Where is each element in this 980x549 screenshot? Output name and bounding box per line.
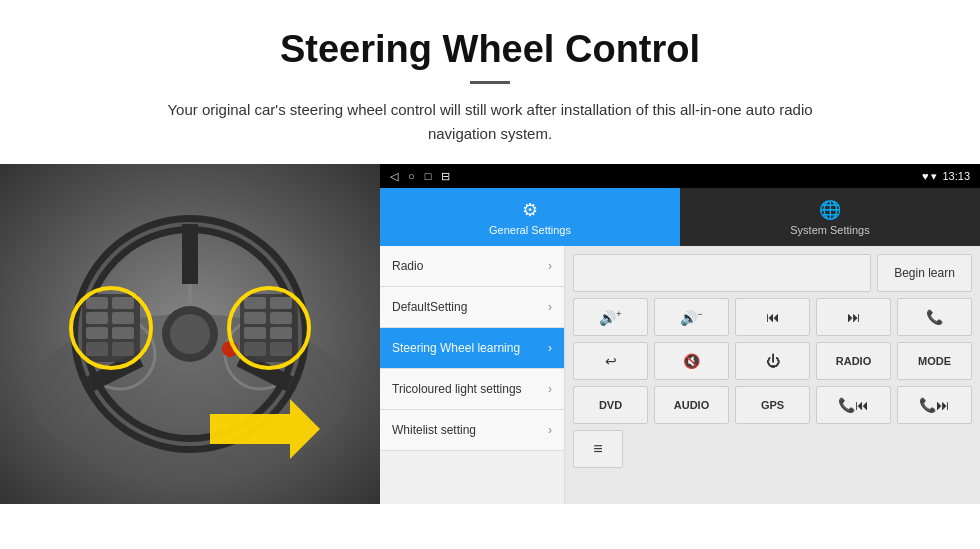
title-divider [470, 81, 510, 84]
svg-rect-14 [112, 297, 134, 309]
audio-button[interactable]: AUDIO [654, 386, 729, 424]
radio-button[interactable]: RADIO [816, 342, 891, 380]
tab-general[interactable]: ⚙ General Settings [380, 188, 680, 246]
svg-rect-25 [270, 312, 292, 324]
svg-rect-16 [112, 312, 134, 324]
back-arrow-icon: ↩ [605, 353, 617, 369]
phone-next-icon: 📞⏭ [919, 397, 950, 413]
status-nav: ◁ ○ □ ⊟ [390, 170, 450, 183]
system-settings-icon: 🌐 [819, 199, 841, 221]
svg-rect-13 [86, 297, 108, 309]
chevron-icon: › [548, 423, 552, 437]
list-icon: ≡ [593, 440, 602, 458]
menu-label-tricoloured: Tricoloured light settings [392, 382, 522, 396]
gps-button[interactable]: GPS [735, 386, 810, 424]
car-image [0, 164, 380, 504]
back-button[interactable]: ↩ [573, 342, 648, 380]
chevron-icon: › [548, 300, 552, 314]
svg-rect-26 [244, 327, 266, 339]
svg-rect-17 [86, 327, 108, 339]
gps-label: GPS [761, 399, 784, 411]
mode-label: MODE [918, 355, 951, 367]
menu-label-radio: Radio [392, 259, 423, 273]
menu-item-steering-wheel[interactable]: Steering Wheel learning › [380, 328, 564, 369]
svg-rect-27 [270, 327, 292, 339]
power-icon: ⏻ [766, 353, 780, 369]
page-wrapper: Steering Wheel Control Your original car… [0, 0, 980, 504]
svg-rect-23 [270, 297, 292, 309]
tab-general-label: General Settings [489, 224, 571, 236]
ctrl-row-4: DVD AUDIO GPS 📞⏮ 📞⏭ [573, 386, 972, 424]
volume-up-button[interactable]: 🔊+ [573, 298, 648, 336]
tab-system[interactable]: 🌐 System Settings [680, 188, 980, 246]
ctrl-row-1: Begin learn [573, 254, 972, 292]
chevron-icon: › [548, 382, 552, 396]
phone-next-button[interactable]: 📞⏭ [897, 386, 972, 424]
back-icon[interactable]: ◁ [390, 170, 398, 183]
mute-button[interactable]: 🔇 [654, 342, 729, 380]
svg-rect-28 [244, 342, 266, 356]
power-button[interactable]: ⏻ [735, 342, 810, 380]
menu-item-radio[interactable]: Radio › [380, 246, 564, 287]
ctrl-row-5: ≡ [573, 430, 972, 468]
page-title: Steering Wheel Control [60, 28, 920, 71]
home-icon[interactable]: ○ [408, 170, 415, 183]
android-panel: ◁ ○ □ ⊟ ♥ ▾ 13:13 ⚙ General Settings 🌐 [380, 164, 980, 504]
content-area: ◁ ○ □ ⊟ ♥ ▾ 13:13 ⚙ General Settings 🌐 [0, 164, 980, 504]
svg-rect-24 [244, 312, 266, 324]
ctrl-empty-box [573, 254, 871, 292]
status-right: ♥ ▾ 13:13 [922, 170, 970, 183]
car-background [0, 164, 380, 504]
tab-system-label: System Settings [790, 224, 869, 236]
phone-prev-button[interactable]: 📞⏮ [816, 386, 891, 424]
ctrl-row-3: ↩ 🔇 ⏻ RADIO MODE [573, 342, 972, 380]
prev-track-icon: ⏮ [766, 309, 780, 325]
menu-item-whitelist[interactable]: Whitelist setting › [380, 410, 564, 451]
menu-icon[interactable]: ⊟ [441, 170, 450, 183]
settings-main: Radio › DefaultSetting › Steering Wheel … [380, 246, 980, 504]
status-bar: ◁ ○ □ ⊟ ♥ ▾ 13:13 [380, 164, 980, 188]
dvd-label: DVD [599, 399, 622, 411]
general-settings-icon: ⚙ [522, 199, 538, 221]
svg-rect-22 [244, 297, 266, 309]
chevron-icon: › [548, 341, 552, 355]
volume-down-icon: 🔊− [680, 309, 702, 326]
signal-icon: ♥ ▾ [922, 170, 938, 183]
audio-label: AUDIO [674, 399, 709, 411]
svg-rect-20 [112, 342, 134, 356]
volume-up-icon: 🔊+ [599, 309, 621, 326]
menu-label-steering: Steering Wheel learning [392, 341, 520, 355]
dvd-button[interactable]: DVD [573, 386, 648, 424]
phone-button[interactable]: 📞 [897, 298, 972, 336]
phone-prev-icon: 📞⏮ [838, 397, 869, 413]
list-icon-button[interactable]: ≡ [573, 430, 623, 468]
clock: 13:13 [942, 170, 970, 182]
menu-label-whitelist: Whitelist setting [392, 423, 476, 437]
mute-icon: 🔇 [683, 353, 700, 369]
svg-rect-19 [86, 342, 108, 356]
volume-down-button[interactable]: 🔊− [654, 298, 729, 336]
svg-rect-15 [86, 312, 108, 324]
menu-label-default: DefaultSetting [392, 300, 467, 314]
svg-rect-18 [112, 327, 134, 339]
svg-rect-29 [270, 342, 292, 356]
steering-wheel-svg [30, 194, 350, 474]
subtitle-text: Your original car's steering wheel contr… [140, 98, 840, 146]
menu-item-default-setting[interactable]: DefaultSetting › [380, 287, 564, 328]
svg-point-11 [170, 314, 210, 354]
phone-icon: 📞 [926, 309, 943, 325]
radio-label: RADIO [836, 355, 871, 367]
controls-area: Begin learn 🔊+ 🔊− ⏮ [565, 246, 980, 504]
ctrl-row-2: 🔊+ 🔊− ⏮ ⏭ 📞 [573, 298, 972, 336]
begin-learn-button[interactable]: Begin learn [877, 254, 972, 292]
settings-tabs: ⚙ General Settings 🌐 System Settings [380, 188, 980, 246]
chevron-icon: › [548, 259, 552, 273]
next-track-icon: ⏭ [847, 309, 861, 325]
next-track-button[interactable]: ⏭ [816, 298, 891, 336]
prev-track-button[interactable]: ⏮ [735, 298, 810, 336]
settings-menu: Radio › DefaultSetting › Steering Wheel … [380, 246, 565, 504]
mode-button[interactable]: MODE [897, 342, 972, 380]
menu-item-tricoloured[interactable]: Tricoloured light settings › [380, 369, 564, 410]
header-section: Steering Wheel Control Your original car… [0, 0, 980, 164]
recent-icon[interactable]: □ [425, 170, 432, 183]
